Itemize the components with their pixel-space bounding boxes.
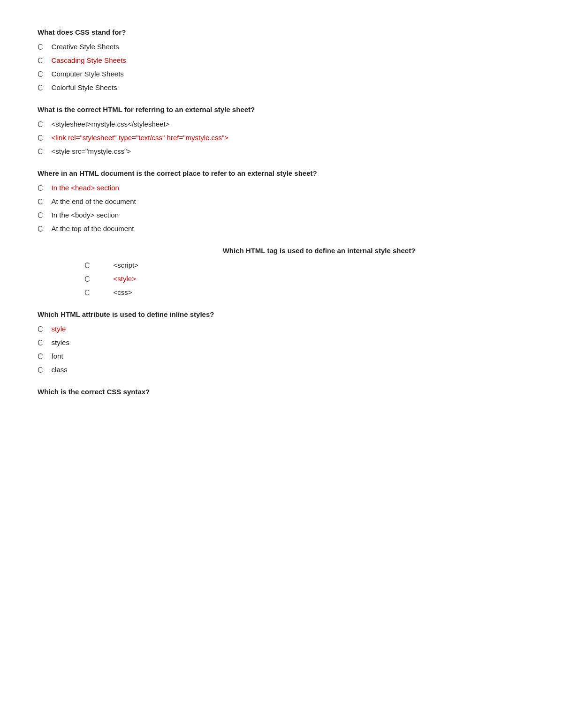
options-q4: C<script>C<style>C<css> <box>38 261 525 297</box>
radio-icon-q2o2[interactable]: C <box>38 134 43 143</box>
radio-icon-q3o4[interactable]: C <box>38 225 43 233</box>
option-text-q4o3: <css> <box>114 288 151 296</box>
option-item-q2o3[interactable]: C<style src="mystyle.css"> <box>38 147 525 156</box>
option-text-q5o1: style <box>52 325 66 333</box>
option-item-q5o3[interactable]: Cfont <box>38 352 525 361</box>
question-q6: Which is the correct CSS syntax? <box>38 388 525 396</box>
radio-icon-q5o3[interactable]: C <box>38 353 43 361</box>
option-item-q3o2[interactable]: CAt the end of the document <box>38 197 525 206</box>
option-text-q1o3: Computer Style Sheets <box>52 70 124 78</box>
question-q5: Which HTML attribute is used to define i… <box>38 310 525 318</box>
option-text-q4o1: <script> <box>114 261 151 269</box>
option-item-q5o1[interactable]: Cstyle <box>38 325 525 334</box>
radio-icon-q1o2[interactable]: C <box>38 57 43 65</box>
option-item-q1o1[interactable]: CCreative Style Sheets <box>38 43 525 52</box>
radio-icon-q3o2[interactable]: C <box>38 198 43 206</box>
option-text-q1o1: Creative Style Sheets <box>52 43 119 51</box>
option-text-q2o2: <link rel="stylesheet" type="text/css" h… <box>52 134 229 142</box>
option-item-q2o2[interactable]: C<link rel="stylesheet" type="text/css" … <box>38 134 525 143</box>
options-q2: C<stylesheet>mystyle.css</stylesheet>C<l… <box>38 120 525 156</box>
option-item-q1o3[interactable]: CComputer Style Sheets <box>38 70 525 79</box>
radio-icon-q5o4[interactable]: C <box>38 366 43 375</box>
option-item-q3o3[interactable]: CIn the <body> section <box>38 211 525 220</box>
option-text-q1o2: Cascading Style Sheets <box>52 56 126 64</box>
option-item-q3o1[interactable]: CIn the <head> section <box>38 184 525 193</box>
option-text-q4o2: <style> <box>114 275 151 283</box>
option-text-q5o3: font <box>52 352 63 360</box>
option-item-q4o3[interactable]: C<css> <box>84 288 525 297</box>
option-text-q5o4: class <box>52 366 68 374</box>
quiz-container: What does CSS stand for?CCreative Style … <box>38 28 525 396</box>
radio-icon-q3o1[interactable]: C <box>38 184 43 193</box>
radio-icon-q1o1[interactable]: C <box>38 43 43 52</box>
option-item-q1o4[interactable]: CColorful Style Sheets <box>38 83 525 92</box>
option-text-q3o2: At the end of the document <box>52 197 136 205</box>
option-text-q5o2: styles <box>52 338 69 346</box>
radio-icon-q5o2[interactable]: C <box>38 339 43 347</box>
option-text-q2o1: <stylesheet>mystyle.css</stylesheet> <box>52 120 170 128</box>
question-q1: What does CSS stand for? <box>38 28 525 36</box>
options-q3: CIn the <head> sectionCAt the end of the… <box>38 184 525 233</box>
options-q5: CstyleCstylesCfontCclass <box>38 325 525 375</box>
option-item-q3o4[interactable]: CAt the top of the document <box>38 225 525 233</box>
option-text-q2o3: <style src="mystyle.css"> <box>52 147 131 155</box>
option-item-q4o2[interactable]: C<style> <box>84 275 525 284</box>
radio-icon-q1o3[interactable]: C <box>38 70 43 79</box>
question-q3: Where in an HTML document is the correct… <box>38 169 525 177</box>
radio-icon-q4o2[interactable]: C <box>84 275 90 284</box>
option-item-q2o1[interactable]: C<stylesheet>mystyle.css</stylesheet> <box>38 120 525 129</box>
radio-icon-q5o1[interactable]: C <box>38 325 43 334</box>
radio-icon-q4o1[interactable]: C <box>84 262 90 270</box>
radio-icon-q2o1[interactable]: C <box>38 120 43 129</box>
option-item-q5o2[interactable]: Cstyles <box>38 338 525 347</box>
question-q2: What is the correct HTML for referring t… <box>38 105 525 113</box>
option-item-q5o4[interactable]: Cclass <box>38 366 525 375</box>
option-text-q3o1: In the <head> section <box>52 184 119 192</box>
radio-icon-q3o3[interactable]: C <box>38 211 43 220</box>
radio-icon-q2o3[interactable]: C <box>38 148 43 156</box>
option-item-q4o1[interactable]: C<script> <box>84 261 525 270</box>
question-q4: Which HTML tag is used to define an inte… <box>113 247 525 255</box>
option-item-q1o2[interactable]: CCascading Style Sheets <box>38 56 525 65</box>
option-text-q3o4: At the top of the document <box>52 225 134 233</box>
option-text-q1o4: Colorful Style Sheets <box>52 83 117 91</box>
option-text-q3o3: In the <body> section <box>52 211 119 219</box>
options-q1: CCreative Style SheetsCCascading Style S… <box>38 43 525 92</box>
radio-icon-q1o4[interactable]: C <box>38 84 43 92</box>
radio-icon-q4o3[interactable]: C <box>84 289 90 297</box>
